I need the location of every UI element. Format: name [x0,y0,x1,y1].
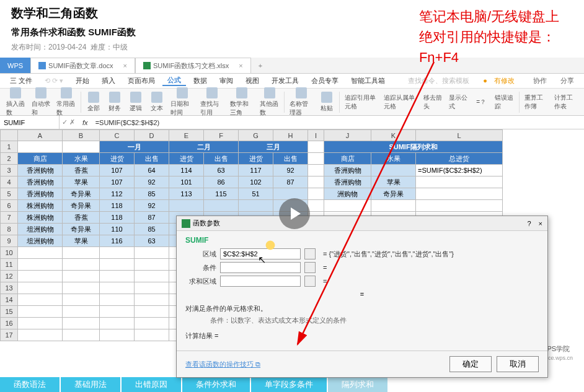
tab-wps[interactable]: WPS [0,58,30,73]
menu-item[interactable]: 页面布局 [123,76,160,85]
rbtn-autosum[interactable]: 自动求和 [29,86,53,118]
tab-doc1[interactable]: SUMIF函数文章.docx× [30,58,135,73]
rbtn-other[interactable]: 其他函数 [257,86,281,118]
sheet-tabs: 函数语法 基础用法 出错原因 条件外求和 单字段多条件 隔列求和 [0,377,584,392]
share-btn[interactable]: 分享 [555,76,579,85]
dialog-ok[interactable]: 确定 [449,356,492,372]
btab[interactable]: 条件外求和 [182,377,251,392]
cursor-icon: ↖ [258,254,266,266]
dialog-close[interactable]: × [539,220,542,227]
rbtn-common[interactable]: 常用函数 [54,86,78,118]
btab[interactable]: 单字段多条件 [251,377,328,392]
dialog-icon [182,219,190,228]
rbtn-remove[interactable]: 移去箭头 [421,92,445,112]
rbtn-trace1[interactable]: 追踪引用单元格 [342,92,381,112]
rbtn-date[interactable]: 日期和时间 [168,86,197,118]
rbtn-text[interactable]: 文本 [147,90,167,114]
btab[interactable]: 出错原因 [122,377,182,392]
menu-item[interactable]: 视图 [241,76,264,85]
dialog-result: 计算结果 = [185,331,539,341]
dialog-cancel[interactable]: 取消 [497,356,539,372]
tab-doc2[interactable]: SUMIF函数练习文档.xlsx× [135,58,251,73]
menu-item[interactable]: 审阅 [215,76,238,85]
dialog-fn-name: SUMIF [185,236,539,245]
play-button[interactable] [279,198,310,229]
modify-badge[interactable]: ● 有修改 [478,76,524,85]
rbtn-showf[interactable]: 显示公式 [446,92,471,112]
menu-item[interactable]: 数据 [188,76,212,85]
rbtn-paste[interactable]: 粘贴 [317,90,337,114]
btab[interactable]: 基础用法 [61,377,122,392]
rbtn-names[interactable]: 名称管理器 [287,86,316,118]
sum-picker[interactable] [304,276,316,287]
formula-input[interactable]: =SUMIF($C$2:$H$2) [93,119,584,126]
tab-add[interactable]: + [251,58,270,73]
rbtn-recalc1[interactable]: 重算工作簿 [522,92,551,112]
menu-item[interactable]: 会员专享 [306,76,343,85]
cursor-highlight [265,240,275,250]
rbtn-all[interactable]: 全部 [84,90,104,114]
rbtn-insertfn[interactable]: 插入函数 [4,86,28,118]
menu-item[interactable]: 插入 [97,76,120,85]
dialog-desc: 对满足条件的单元格求和。 [185,304,539,313]
btab[interactable]: 函数语法 [0,377,61,392]
collab-btn[interactable]: 协作 [528,76,552,85]
search-box[interactable]: 查找命令、搜索模板 [403,76,474,85]
rbtn-fin[interactable]: 财务 [105,90,125,114]
menu-file[interactable]: 三 文件 [5,76,37,85]
input-sum[interactable] [220,276,301,287]
annotation: 笔记本电脑/无线键盘上 绝对引用的快捷键是： Fn+F4 [419,6,559,68]
menu-item-formula[interactable]: 公式 [162,76,186,86]
rbtn-err[interactable]: 错误追踪 [492,92,516,112]
dialog-title: 函数参数 [193,219,220,228]
btab[interactable]: 隔列求和 [328,377,389,392]
function-dialog: 函数参数 ? × SUMIF 区域 = {"进货","出售","进货","出售"… [176,216,548,378]
rbtn-eval[interactable]: =？ [471,97,491,108]
cond-picker[interactable] [304,262,316,273]
ribbon: 插入函数 自动求和 常用函数 全部 财务 逻辑 文本 日期和时间 查找与引用 数… [0,89,584,116]
fx-icon[interactable]: fx [77,119,93,126]
dialog-help[interactable]: ? [527,220,531,227]
rbtn-recalc2[interactable]: 计算工作表 [552,92,580,112]
dialog-help-link[interactable]: 查看该函数的操作技巧 ⧉ [185,360,260,369]
name-box[interactable]: SUMIF [0,116,60,129]
rbtn-logic[interactable]: 逻辑 [126,90,146,114]
menu-item[interactable]: 智能工具箱 [346,76,390,85]
rbtn-lookup[interactable]: 查找与引用 [198,86,226,118]
rbtn-math[interactable]: 数学和三角 [228,86,256,118]
dialog-desc2: 条件：以数字、表达式或文本形式定义的条件 [185,316,539,325]
menu-item[interactable]: 开始 [71,76,94,85]
rbtn-trace2[interactable]: 追踪从属单元格 [381,92,420,112]
range-picker[interactable] [304,248,316,259]
menu-item[interactable]: 开发工具 [267,76,304,85]
